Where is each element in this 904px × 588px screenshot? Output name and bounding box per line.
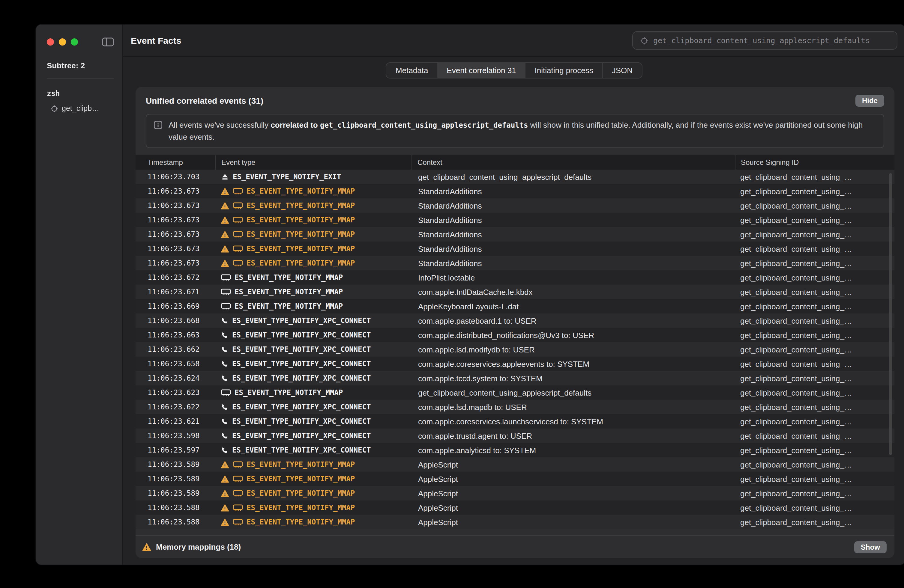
table-row[interactable]: 11:06:23.662 ES_EVENT_TYPE_NOTIFY_XPC_CO… — [136, 342, 895, 357]
row-context: get_clipboard_content_using_applescript_… — [411, 172, 735, 181]
row-event-type: ES_EVENT_TYPE_NOTIFY_MMAP — [215, 489, 411, 498]
row-timestamp: 11:06:23.622 — [136, 403, 215, 411]
tab-event-correlation-31[interactable]: Event correlation 31 — [437, 63, 525, 78]
row-context: AppleScript — [411, 489, 735, 498]
mmap-icon — [233, 216, 243, 224]
table-row[interactable]: 11:06:23.672 ES_EVENT_TYPE_NOTIFY_MMAP I… — [136, 270, 895, 285]
table-row[interactable]: 11:06:23.673 ES_EVENT_TYPE_NOTIFY_MMAP S… — [136, 227, 895, 241]
main-header: Event Facts get_clipboard_content_using_… — [123, 25, 904, 57]
row-context: AppleScript — [411, 517, 735, 527]
xpc-icon — [221, 432, 229, 440]
show-button[interactable]: Show — [854, 541, 887, 553]
tab-metadata[interactable]: Metadata — [387, 63, 437, 78]
table-row[interactable]: 11:06:23.589 ES_EVENT_TYPE_NOTIFY_MMAP A… — [136, 457, 895, 472]
row-timestamp: 11:06:23.673 — [136, 244, 215, 253]
row-event-type: ES_EVENT_TYPE_NOTIFY_XPC_CONNECT — [215, 317, 411, 325]
table-row[interactable]: 11:06:23.589 ES_EVENT_TYPE_NOTIFY_MMAP A… — [136, 472, 895, 486]
sidebar-toggle-icon[interactable] — [102, 36, 114, 47]
table-row[interactable]: 11:06:23.663 ES_EVENT_TYPE_NOTIFY_XPC_CO… — [136, 328, 895, 342]
warning-icon — [221, 518, 229, 526]
tab-json[interactable]: JSON — [602, 63, 642, 78]
table-row[interactable]: 11:06:23.669 ES_EVENT_TYPE_NOTIFY_MMAP A… — [136, 299, 895, 314]
tab-initiating-process[interactable]: Initiating process — [525, 63, 602, 78]
table-row[interactable]: 11:06:23.622 ES_EVENT_TYPE_NOTIFY_XPC_CO… — [136, 400, 895, 414]
table-row[interactable]: 11:06:23.588 ES_EVENT_TYPE_NOTIFY_MMAP A… — [136, 500, 895, 515]
sidebar-item-zsh[interactable]: zsh — [47, 89, 114, 98]
zoom-window-button[interactable] — [71, 38, 78, 45]
table-row[interactable]: 11:06:23.624 ES_EVENT_TYPE_NOTIFY_XPC_CO… — [136, 371, 895, 385]
sidebar: Subtree: 2 zshget_clipb… — [36, 25, 123, 564]
column-event-type: Event type — [215, 155, 411, 170]
row-event-type: ES_EVENT_TYPE_NOTIFY_XPC_CONNECT — [215, 403, 411, 411]
table-scrollbar[interactable] — [889, 173, 892, 455]
row-context: com.apple.distributed_notifications@Uv3 … — [411, 331, 735, 340]
table-row[interactable]: 11:06:23.673 ES_EVENT_TYPE_NOTIFY_MMAP S… — [136, 213, 895, 227]
table-row[interactable]: 11:06:23.673 ES_EVENT_TYPE_NOTIFY_MMAP S… — [136, 256, 895, 270]
row-timestamp: 11:06:23.668 — [136, 317, 215, 325]
row-context: AppleKeyboardLayouts-L.dat — [411, 302, 735, 311]
events-table: Timestamp Event type Context Source Sign… — [136, 155, 895, 558]
table-row[interactable]: 11:06:23.703 ES_EVENT_TYPE_NOTIFY_EXIT g… — [136, 170, 895, 184]
mmap-icon — [221, 388, 231, 397]
table-row[interactable]: 11:06:23.621 ES_EVENT_TYPE_NOTIFY_XPC_CO… — [136, 414, 895, 429]
table-row[interactable]: 11:06:23.673 ES_EVENT_TYPE_NOTIFY_MMAP S… — [136, 184, 895, 199]
app-window: Subtree: 2 zshget_clipb… Event Facts get… — [35, 24, 904, 565]
close-window-button[interactable] — [47, 38, 54, 45]
row-timestamp: 11:06:23.673 — [136, 230, 215, 238]
table-row[interactable]: 11:06:23.673 ES_EVENT_TYPE_NOTIFY_MMAP S… — [136, 241, 895, 256]
table-row[interactable]: 11:06:23.589 ES_EVENT_TYPE_NOTIFY_MMAP A… — [136, 486, 895, 500]
row-event-type: ES_EVENT_TYPE_NOTIFY_MMAP — [215, 244, 411, 253]
table-row[interactable]: 11:06:23.597 ES_EVENT_TYPE_NOTIFY_XPC_CO… — [136, 443, 895, 457]
target-process-pill[interactable]: get_clipboard_content_using_applescript_… — [632, 31, 898, 50]
xpc-icon — [221, 317, 229, 325]
table-row[interactable]: 11:06:23.588 ES_EVENT_TYPE_NOTIFY_MMAP A… — [136, 515, 895, 529]
table-row[interactable]: 11:06:23.668 ES_EVENT_TYPE_NOTIFY_XPC_CO… — [136, 314, 895, 328]
row-event-type: ES_EVENT_TYPE_NOTIFY_MMAP — [215, 273, 411, 282]
main-area: Event Facts get_clipboard_content_using_… — [123, 25, 904, 564]
row-signing-id: get_clipboard_content_using_… — [735, 388, 895, 397]
row-signing-id: get_clipboard_content_using_… — [735, 503, 895, 512]
row-signing-id: get_clipboard_content_using_… — [735, 216, 895, 224]
table-row[interactable]: 11:06:23.658 ES_EVENT_TYPE_NOTIFY_XPC_CO… — [136, 357, 895, 371]
mmap-icon — [233, 202, 243, 210]
row-event-type: ES_EVENT_TYPE_NOTIFY_XPC_CONNECT — [215, 417, 411, 426]
minimize-window-button[interactable] — [59, 38, 66, 45]
row-context: InfoPlist.loctable — [411, 273, 735, 282]
row-context: AppleScript — [411, 503, 735, 512]
target-icon — [51, 105, 58, 112]
row-event-type: ES_EVENT_TYPE_NOTIFY_MMAP — [215, 388, 411, 397]
warning-icon — [221, 504, 229, 512]
mmap-icon — [233, 503, 243, 512]
row-signing-id: get_clipboard_content_using_… — [735, 460, 895, 469]
row-signing-id: get_clipboard_content_using_… — [735, 474, 895, 483]
row-timestamp: 11:06:23.663 — [136, 331, 215, 339]
mmap-icon — [233, 489, 243, 498]
row-signing-id: get_clipboard_content_using_… — [735, 489, 895, 498]
xpc-icon — [221, 345, 229, 353]
row-event-type: ES_EVENT_TYPE_NOTIFY_MMAP — [215, 518, 411, 526]
row-signing-id: get_clipboard_content_using_… — [735, 417, 895, 426]
exit-icon — [221, 173, 229, 181]
row-timestamp: 11:06:23.623 — [136, 388, 215, 397]
row-event-type: ES_EVENT_TYPE_NOTIFY_XPC_CONNECT — [215, 446, 411, 454]
warning-icon — [221, 187, 229, 195]
table-row[interactable]: 11:06:23.623 ES_EVENT_TYPE_NOTIFY_MMAP g… — [136, 385, 895, 400]
warning-icon — [142, 543, 151, 551]
mmap-icon — [233, 187, 243, 195]
row-signing-id: get_clipboard_content_using_… — [735, 517, 895, 527]
table-row[interactable]: 11:06:23.673 ES_EVENT_TYPE_NOTIFY_MMAP S… — [136, 199, 895, 213]
row-timestamp: 11:06:23.597 — [136, 446, 215, 454]
row-timestamp: 11:06:23.624 — [136, 374, 215, 382]
table-row[interactable]: 11:06:23.598 ES_EVENT_TYPE_NOTIFY_XPC_CO… — [136, 429, 895, 443]
row-timestamp: 11:06:23.673 — [136, 259, 215, 267]
row-context: AppleScript — [411, 460, 735, 469]
screen: Subtree: 2 zshget_clipb… Event Facts get… — [0, 0, 904, 588]
hide-button[interactable]: Hide — [855, 95, 884, 107]
row-event-type: ES_EVENT_TYPE_NOTIFY_MMAP — [215, 503, 411, 512]
subtree-label: Subtree: 2 — [47, 61, 114, 70]
row-context: com.apple.analyticsd to: SYSTEM — [411, 446, 735, 455]
column-source-signing-id: Source Signing ID — [735, 155, 895, 170]
table-row[interactable]: 11:06:23.671 ES_EVENT_TYPE_NOTIFY_MMAP c… — [136, 285, 895, 299]
sidebar-item-get-clipb-[interactable]: get_clipb… — [47, 104, 114, 113]
page-title: Event Facts — [131, 35, 181, 46]
